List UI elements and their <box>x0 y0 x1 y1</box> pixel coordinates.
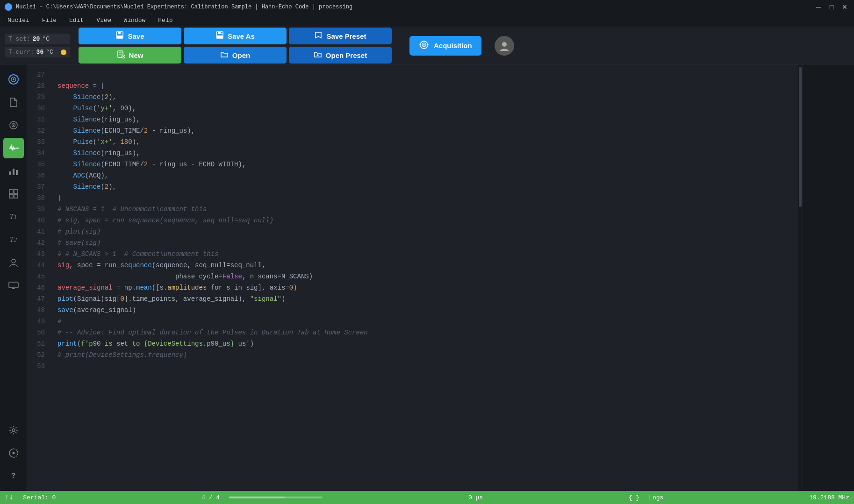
scrollbar[interactable] <box>798 64 803 491</box>
code-line-49: # <box>57 316 791 327</box>
svg-rect-27 <box>9 171 11 175</box>
svg-rect-1 <box>118 32 121 34</box>
code-line-43: # # N_SCANS > 1 # Comment\uncomment this <box>57 248 791 260</box>
line-numbers: 27 28 29 30 31 32 33 34 35 36 37 38 39 4… <box>27 64 50 491</box>
svg-point-23 <box>13 78 14 80</box>
svg-rect-33 <box>14 194 18 198</box>
sidebar-item-acquisition[interactable] <box>3 115 24 135</box>
code-line-32: Silence(ECHO_TIME/2 - ring_us), <box>57 125 791 136</box>
title-bar-left: Nuclei – C:\Users\WAR\Documents\Nuclei E… <box>5 3 352 11</box>
progress-bar <box>229 497 323 498</box>
window-title: Nuclei – C:\Users\WAR\Documents\Nuclei E… <box>16 4 352 10</box>
tset-value: 20 <box>33 35 40 43</box>
sidebar-item-device[interactable] <box>3 275 24 296</box>
save-preset-button[interactable]: Save Preset <box>289 28 392 44</box>
serial-status: Serial: 0 <box>23 494 56 501</box>
maximize-button[interactable]: □ <box>827 2 836 12</box>
svg-rect-28 <box>13 169 14 175</box>
frequency-display: 19.2188 MHz <box>809 494 849 501</box>
toolbar-buttons: Save + Save As Save Preset <box>79 28 392 64</box>
code-line-40: # sig, spec = run_sequence(sequence, seq… <box>57 215 791 226</box>
tset-label: T-set: <box>8 35 30 43</box>
progress-fill <box>229 497 285 498</box>
open-preset-label: Open Preset <box>326 51 367 59</box>
braces-icon: { } <box>629 494 639 501</box>
menu-edit[interactable]: Edit <box>66 16 86 25</box>
menu-help[interactable]: Help <box>155 16 175 25</box>
temperature-indicator <box>61 50 66 55</box>
menu-bar: Nuclei File Edit View Window Help <box>0 14 854 27</box>
svg-rect-4 <box>218 32 221 34</box>
svg-point-17 <box>423 44 425 46</box>
code-line-47: plot(Signal(sig[0].time_points, average_… <box>57 293 791 305</box>
code-line-34: Silence(ring_us), <box>57 148 791 159</box>
sidebar-item-settings[interactable] <box>3 420 24 440</box>
menu-view[interactable]: View <box>93 16 114 25</box>
save-button[interactable]: Save <box>79 28 181 44</box>
time-indicator: 0 μs <box>468 494 483 501</box>
code-line-35: Silence(ECHO_TIME/2 - ring_us - ECHO_WID… <box>57 159 791 170</box>
sidebar-item-t1[interactable]: T1 <box>3 206 24 227</box>
temperature-curr-row: T-curr: 36 °C <box>5 47 70 57</box>
svg-rect-29 <box>16 170 18 175</box>
menu-file[interactable]: File <box>39 16 59 25</box>
sidebar-item-layout[interactable] <box>3 184 24 204</box>
open-preset-button[interactable]: Open Preset <box>289 47 392 64</box>
code-area: 27 28 29 30 31 32 33 34 35 36 37 38 39 4… <box>27 64 803 491</box>
svg-point-39 <box>12 452 14 454</box>
temperature-set-row: T-set: 20 °C <box>5 34 70 44</box>
app-logo <box>5 3 12 11</box>
position-indicator: 4 / 4 <box>201 494 220 501</box>
svg-rect-2 <box>117 35 122 38</box>
title-bar: Nuclei – C:\Users\WAR\Documents\Nuclei E… <box>0 0 854 14</box>
svg-point-26 <box>13 125 14 126</box>
sidebar-item-logo[interactable] <box>3 69 24 90</box>
code-line-52: # print(DeviceSettings.frequency) <box>57 349 791 361</box>
logs-label[interactable]: Logs <box>649 494 663 501</box>
user-avatar[interactable] <box>495 36 514 56</box>
scrollbar-thumb <box>799 67 802 207</box>
code-lines[interactable]: sequence = [ Silence(2), Pulse('y+', 90)… <box>50 64 798 491</box>
acquisition-button[interactable]: Acquisition <box>409 36 481 56</box>
code-line-39: # NSCANS = 1 # Uncomment\comment this <box>57 204 791 215</box>
svg-rect-31 <box>14 190 18 193</box>
open-icon <box>220 50 229 61</box>
main-layout: T1 T2 <box>0 64 854 491</box>
sidebar-item-analysis[interactable] <box>3 161 24 181</box>
open-button[interactable]: Open <box>184 47 287 64</box>
status-bar: ↑↓ Serial: 0 4 / 4 0 μs { } Logs 19.2188… <box>0 491 854 504</box>
sidebar-item-signals[interactable] <box>3 138 24 158</box>
acquisition-icon <box>419 40 429 51</box>
svg-rect-5 <box>217 35 222 38</box>
menu-window[interactable]: Window <box>121 16 148 25</box>
sidebar-item-people[interactable] <box>3 252 24 273</box>
svg-rect-30 <box>9 190 13 193</box>
new-button[interactable]: New <box>79 47 181 64</box>
code-line-46: average_signal = np.mean([s.amplitudes f… <box>57 282 791 293</box>
code-line-41: # plot(sig) <box>57 226 791 237</box>
code-line-28: sequence = [ <box>57 80 791 92</box>
close-button[interactable]: ✕ <box>840 2 849 12</box>
sidebar: T1 T2 <box>0 64 27 491</box>
sidebar-item-t2[interactable]: T2 <box>3 229 24 250</box>
tset-unit: °C <box>42 35 50 43</box>
code-line-50: # -- Advice: Find optimal duration of th… <box>57 327 791 338</box>
code-line-44: sig, spec = run_sequence(sequence, seq_n… <box>57 260 791 271</box>
save-as-icon: + <box>215 31 224 42</box>
svg-rect-35 <box>9 282 18 288</box>
minimize-button[interactable]: ─ <box>814 2 823 12</box>
code-line-45: phase_cycle=False, n_scans=N_SCANS) <box>57 271 791 282</box>
sidebar-item-files[interactable] <box>3 92 24 113</box>
sidebar-item-sequence[interactable] <box>3 443 24 463</box>
code-content: 27 28 29 30 31 32 33 34 35 36 37 38 39 4… <box>27 64 803 491</box>
save-as-button[interactable]: + Save As <box>184 28 287 44</box>
new-label: New <box>129 51 144 59</box>
menu-nuclei[interactable]: Nuclei <box>5 16 32 25</box>
code-line-29: Silence(2), <box>57 92 791 103</box>
sidebar-item-help[interactable]: ? <box>3 466 24 486</box>
code-line-48: save(average_signal) <box>57 305 791 316</box>
code-line-51: print(f'p90 is set to {DeviceSettings.p9… <box>57 338 791 349</box>
svg-rect-32 <box>9 194 13 198</box>
scroll-arrows[interactable]: ↑↓ <box>5 493 14 502</box>
code-line-53 <box>57 361 791 372</box>
